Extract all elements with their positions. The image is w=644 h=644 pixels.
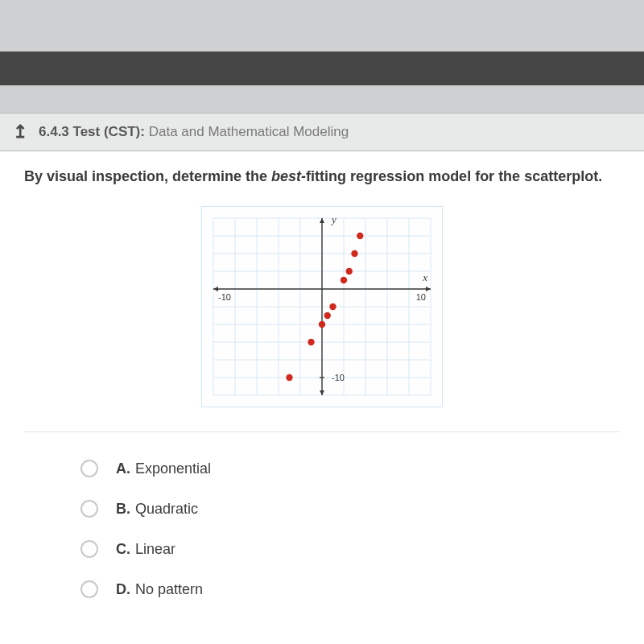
svg-text:10: 10 <box>416 292 426 302</box>
radio-icon[interactable] <box>80 460 98 477</box>
svg-text:-10: -10 <box>218 292 231 302</box>
back-up-icon[interactable]: ↥ <box>13 122 27 142</box>
answer-option-d[interactable]: D.No pattern <box>80 580 620 598</box>
radio-icon[interactable] <box>80 500 98 518</box>
answer-body: Quadratic <box>135 501 198 517</box>
svg-point-38 <box>329 303 336 310</box>
answer-body: Linear <box>135 541 175 557</box>
scatterplot-container: -1010-10yx <box>24 206 620 407</box>
question-suffix: fitting regression model for the scatter… <box>306 168 602 184</box>
svg-marker-24 <box>426 287 431 291</box>
scatterplot: -1010-10yx <box>205 210 439 403</box>
svg-marker-27 <box>320 390 324 395</box>
answer-option-a[interactable]: A.Exponential <box>80 460 620 477</box>
answer-letter: B. <box>116 501 130 517</box>
scatterplot-frame: -1010-10yx <box>201 206 443 407</box>
question-panel: By visual inspection, determine the best… <box>0 151 644 644</box>
svg-point-34 <box>286 374 292 381</box>
answer-list: A.Exponential B.Quadratic C.Linear D.No … <box>24 431 620 598</box>
answer-option-c[interactable]: C.Linear <box>80 540 620 558</box>
svg-marker-25 <box>213 287 218 291</box>
answer-label: D.No pattern <box>116 581 203 598</box>
browser-toolbar <box>0 52 644 85</box>
answer-body: No pattern <box>135 581 203 597</box>
svg-point-35 <box>308 339 314 345</box>
test-title: 6.4.3 Test (CST): Data and Mathematical … <box>39 124 349 140</box>
answer-letter: A. <box>116 460 130 477</box>
svg-point-37 <box>324 312 331 319</box>
svg-point-42 <box>357 233 363 239</box>
svg-text:-10: -10 <box>332 373 345 382</box>
answer-letter: C. <box>116 541 130 557</box>
test-title-bold: 6.4.3 Test (CST): <box>39 124 145 139</box>
window-mid-gap <box>0 85 644 113</box>
question-text: By visual inspection, determine the best… <box>24 166 620 187</box>
question-prefix: By visual inspection, determine the <box>24 168 271 184</box>
answer-body: Exponential <box>135 460 211 477</box>
svg-point-39 <box>341 277 347 283</box>
radio-icon[interactable] <box>80 580 98 598</box>
svg-text:x: x <box>422 271 427 283</box>
radio-icon[interactable] <box>80 540 98 558</box>
answer-label: B.Quadratic <box>116 501 198 518</box>
svg-point-40 <box>346 268 353 275</box>
answer-label: C.Linear <box>116 541 175 558</box>
question-emph: best- <box>271 168 306 184</box>
test-title-rest: Data and Mathematical Modeling <box>149 124 349 139</box>
scatterplot-svg: -1010-10yx <box>205 210 439 403</box>
answer-option-b[interactable]: B.Quadratic <box>80 500 620 518</box>
test-header: ↥ 6.4.3 Test (CST): Data and Mathematica… <box>0 113 644 151</box>
svg-marker-26 <box>320 218 324 223</box>
window-top-gap <box>0 0 644 52</box>
svg-text:y: y <box>330 213 336 225</box>
svg-point-36 <box>319 321 325 328</box>
answer-label: A.Exponential <box>116 460 211 477</box>
answer-letter: D. <box>116 581 130 597</box>
svg-point-41 <box>351 250 357 257</box>
